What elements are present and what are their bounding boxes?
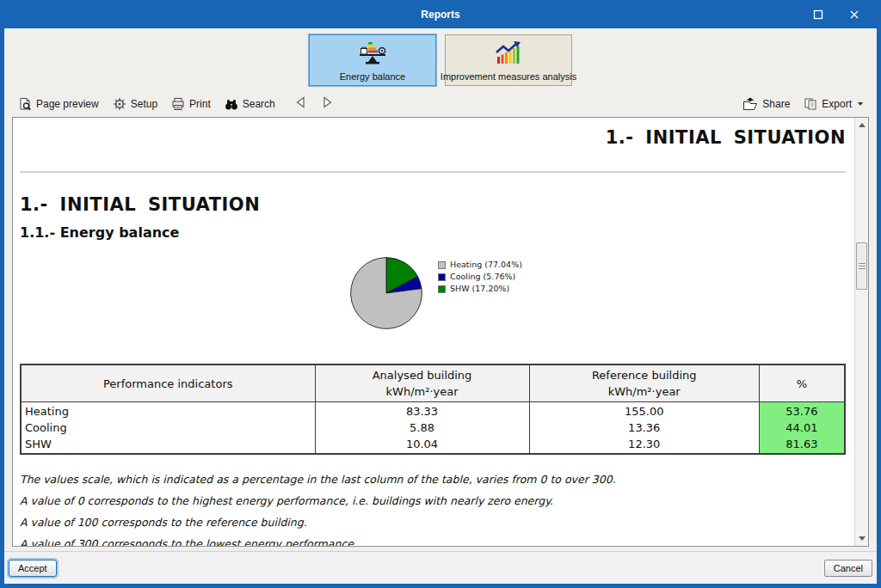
scrollbar-grip xyxy=(859,263,866,270)
note-line: A value of 100 corresponds to the refere… xyxy=(20,511,846,533)
column-header-percent: % xyxy=(759,364,845,402)
performance-table: Performance indicators Analysed building… xyxy=(20,364,846,455)
scrollbar-thumb[interactable] xyxy=(856,242,867,290)
arrow-left-icon xyxy=(294,95,308,109)
close-icon xyxy=(849,9,859,20)
footer-bar: Accept Cancel xyxy=(4,551,877,588)
legend-label-shw: SHW (17.20%) xyxy=(450,283,509,295)
share-label: Share xyxy=(762,98,790,110)
setup-button[interactable]: Setup xyxy=(113,97,157,111)
search-button[interactable]: Search xyxy=(225,97,275,111)
percent-value: 81.63 xyxy=(763,436,841,452)
energy-balance-label: Energy balance xyxy=(340,70,405,83)
next-page-button[interactable] xyxy=(320,95,334,112)
title-bar: Reports xyxy=(4,0,877,28)
legend-label-heating: Heating (77.04%) xyxy=(450,259,522,271)
running-head: 1.- INITIAL SITUATION xyxy=(20,126,846,149)
percent-value: 53.76 xyxy=(763,403,841,420)
legend-label-cooling: Cooling (5.76%) xyxy=(450,271,515,283)
toolbar-right-group: Share Export xyxy=(742,97,863,111)
toolbar-left-group: Page preview Setup xyxy=(18,95,334,112)
legend-swatch-cooling xyxy=(438,273,446,281)
cancel-button[interactable]: Cancel xyxy=(824,560,872,577)
reference-value: 12.30 xyxy=(533,436,755,452)
window-controls xyxy=(806,0,866,28)
page-preview-icon xyxy=(18,97,32,111)
pie-legend: Heating (77.04%) Cooling (5.76%) SHW (17… xyxy=(438,259,522,295)
column-header-analysed: Analysed buildingkWh/m²·year xyxy=(315,364,529,402)
setup-label: Setup xyxy=(131,98,157,110)
analysed-value: 83.33 xyxy=(319,403,526,420)
scroll-up-icon xyxy=(859,123,866,127)
accept-button[interactable]: Accept xyxy=(9,560,57,577)
share-button[interactable]: Share xyxy=(742,97,790,111)
vertical-scrollbar[interactable] xyxy=(854,118,868,546)
legend-swatch-heating xyxy=(438,261,446,269)
energy-balance-chart: Heating (77.04%) Cooling (5.76%) SHW (17… xyxy=(20,254,846,333)
row-label: Cooling xyxy=(25,420,311,436)
report-viewport: 1.- INITIAL SITUATION 1.- INITIAL SITUAT… xyxy=(12,117,869,547)
window-title: Reports xyxy=(421,9,459,21)
scroll-down-icon xyxy=(859,536,866,541)
improvement-analysis-icon xyxy=(446,35,571,70)
row-label: Heating xyxy=(25,403,311,420)
nav-arrows xyxy=(294,95,334,112)
improvement-analysis-button[interactable]: Improvement measures analysis xyxy=(445,34,572,86)
page-rule xyxy=(20,171,846,173)
column-header-reference: Reference buildingkWh/m²·year xyxy=(529,364,759,402)
export-label: Export xyxy=(822,98,852,110)
legend-swatch-shw xyxy=(438,285,446,293)
reference-value: 13.36 xyxy=(533,420,755,436)
section-heading: 1.- INITIAL SITUATION xyxy=(20,193,846,216)
energy-balance-icon xyxy=(310,35,435,70)
view-button-row: Energy balance Improvement measures anal… xyxy=(4,28,877,90)
note-line: A value of 300 corresponds to the lowest… xyxy=(20,533,846,546)
print-button[interactable]: Print xyxy=(171,97,211,111)
gear-icon xyxy=(113,97,126,111)
scroll-up-button[interactable] xyxy=(855,119,868,132)
table-body: Heating Cooling SHW 83.33 5.88 10.04 155… xyxy=(21,402,845,455)
reference-value: 155.00 xyxy=(533,403,755,420)
note-line: A value of 0 corresponds to the highest … xyxy=(20,490,846,511)
reference-values-cell: 155.00 13.36 12.30 xyxy=(529,402,759,455)
percent-values-cell: 53.76 44.01 81.63 xyxy=(759,402,845,455)
previous-page-button[interactable] xyxy=(294,95,308,112)
column-header-indicators: Performance indicators xyxy=(21,364,315,402)
legend-item-shw: SHW (17.20%) xyxy=(438,283,522,295)
analysed-value: 5.88 xyxy=(319,420,526,436)
percent-value: 44.01 xyxy=(763,420,841,436)
legend-item-heating: Heating (77.04%) xyxy=(438,259,522,271)
search-label: Search xyxy=(243,98,275,110)
page-preview-button[interactable]: Page preview xyxy=(18,97,99,111)
indicator-names-cell: Heating Cooling SHW xyxy=(21,402,315,455)
scroll-down-button[interactable] xyxy=(855,532,868,545)
scale-notes: The values scale, which is indicated as … xyxy=(20,469,846,546)
printer-icon xyxy=(171,97,185,111)
row-label: SHW xyxy=(25,436,311,452)
legend-item-cooling: Cooling (5.76%) xyxy=(438,271,522,283)
table-header-row: Performance indicators Analysed building… xyxy=(21,364,845,402)
share-icon xyxy=(742,97,758,111)
arrow-right-icon xyxy=(320,95,334,109)
close-button[interactable] xyxy=(842,4,866,25)
subsection-heading: 1.1.- Energy balance xyxy=(20,224,846,242)
maximize-button[interactable] xyxy=(806,4,830,25)
improvement-analysis-label: Improvement measures analysis xyxy=(440,70,576,83)
export-dropdown-caret xyxy=(858,102,863,106)
page-preview-label: Page preview xyxy=(36,98,99,110)
binoculars-icon xyxy=(225,97,238,111)
export-icon xyxy=(804,97,817,111)
toolbar: Page preview Setup xyxy=(4,90,877,117)
analysed-value: 10.04 xyxy=(319,436,526,452)
note-line: The values scale, which is indicated as … xyxy=(20,469,846,490)
export-button[interactable]: Export xyxy=(804,97,863,111)
reports-window: Reports xyxy=(0,0,881,588)
maximize-icon xyxy=(813,9,823,20)
analysed-values-cell: 83.33 5.88 10.04 xyxy=(315,402,529,455)
report-page: 1.- INITIAL SITUATION 1.- INITIAL SITUAT… xyxy=(13,118,854,546)
print-label: Print xyxy=(189,98,211,110)
pie-chart xyxy=(347,254,426,333)
energy-balance-button[interactable]: Energy balance xyxy=(309,34,436,86)
